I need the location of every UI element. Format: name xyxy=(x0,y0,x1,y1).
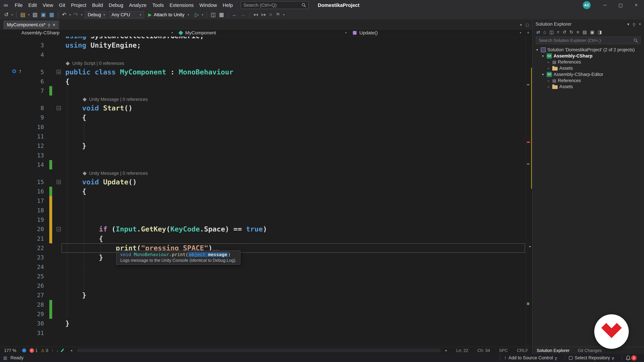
code-line-9[interactable]: 9 { xyxy=(0,113,526,122)
float-tab-icon[interactable]: ▢ xyxy=(526,23,529,27)
start-without-debugging-icon[interactable]: ▷ xyxy=(193,12,200,17)
solution-explorer-shortcut-icon[interactable]: ▦ xyxy=(217,12,226,17)
document-health-icon[interactable] xyxy=(22,349,26,353)
add-to-source-control-button[interactable]: ↑ Add to Source Control ▴ xyxy=(500,355,561,361)
code-line-14[interactable]: 14 xyxy=(0,160,526,169)
chevron-down-icon[interactable]: ▾ xyxy=(541,72,545,76)
menu-tools[interactable]: Tools xyxy=(150,1,167,9)
code-line-21[interactable]: 21 { xyxy=(0,234,526,243)
code-line-27[interactable]: 27 } xyxy=(0,291,526,300)
code-line-18[interactable]: 18 xyxy=(0,206,526,215)
member-dropdown[interactable]: Update() ▾ xyxy=(350,29,524,36)
code-line-30[interactable]: 30} xyxy=(0,319,526,328)
tree-item-assets[interactable]: ▹Assets xyxy=(533,65,644,71)
fold-marker[interactable] xyxy=(57,227,61,231)
zoom-control[interactable]: 177 % xyxy=(4,348,16,353)
solution-platforms-combo[interactable]: Any CPU▾ xyxy=(109,11,144,18)
previous-issue-icon[interactable]: ↑ xyxy=(52,348,53,353)
chevron-right-icon[interactable]: ▹ xyxy=(546,85,550,89)
char-position[interactable]: Ch: 34 xyxy=(477,348,490,353)
code-line-13[interactable]: 13 xyxy=(0,151,526,160)
warning-count-badge[interactable]: ⚠ 0 xyxy=(41,348,48,353)
code-line-25[interactable]: 25 xyxy=(0,272,526,281)
properties-icon[interactable]: ▣ xyxy=(590,30,594,34)
tab-mycomponent[interactable]: MyComponent.cs* × xyxy=(3,20,59,29)
pin-tab-icon[interactable] xyxy=(48,24,50,26)
code-line-12[interactable]: 12 } xyxy=(0,141,526,150)
close-panel-icon[interactable]: × xyxy=(639,22,641,26)
code-cleanup-icon[interactable] xyxy=(60,349,64,352)
tree-item-solution-domestikaproject-2-of-2-project[interactable]: ▾Solution 'DomestikaProject' (2 of 2 pro… xyxy=(533,47,644,53)
show-all-files-icon[interactable]: ▤ xyxy=(582,30,587,34)
preview-selected-icon[interactable]: ◨ xyxy=(598,30,602,34)
dropdown-caret-icon[interactable]: ▾ xyxy=(68,13,72,16)
menu-extensions[interactable]: Extensions xyxy=(167,1,196,9)
code-line-10[interactable]: 10 xyxy=(0,122,526,132)
code-line-16[interactable]: 16 { xyxy=(0,187,526,196)
window-menu-icon[interactable]: ▾ xyxy=(627,22,629,27)
code-line-24[interactable]: 24 xyxy=(0,262,526,272)
menu-build[interactable]: Build xyxy=(89,1,106,9)
collapse-all-icon[interactable]: ≡ xyxy=(576,30,579,34)
code-line-8[interactable]: 8 void Start() xyxy=(0,103,526,113)
code-line-26[interactable]: 26 xyxy=(0,281,526,291)
tree-item-assembly-csharp[interactable]: ▾C#Assembly-CSharp xyxy=(533,53,644,59)
select-repository-button[interactable]: Select Repository ▾ xyxy=(564,355,618,361)
bookmark-icon[interactable]: ⚑ xyxy=(274,12,282,17)
codelens-references[interactable]: Unity Message | 0 references xyxy=(89,169,148,177)
line-ending[interactable]: CRLF xyxy=(517,348,528,353)
account-avatar[interactable]: AC xyxy=(583,1,591,9)
chevron-down-icon[interactable]: ▾ xyxy=(535,48,539,52)
solution-explorer-search-input[interactable]: Search Solution Explorer (Ctrl+;) xyxy=(536,36,641,44)
increase-indent-icon[interactable]: ↦ xyxy=(260,12,268,17)
fold-marker[interactable] xyxy=(57,70,61,74)
pin-panel-icon[interactable] xyxy=(633,23,635,25)
code-line-22[interactable]: 22 print("pressing SPACE") xyxy=(0,243,526,253)
tab-solution-explorer[interactable]: Solution Explorer xyxy=(533,347,574,354)
menu-help[interactable]: Help xyxy=(220,1,236,9)
codelens-references[interactable]: Unity Script | 0 references xyxy=(72,59,124,67)
code-editor[interactable]: using System.Collections.Generic;3using … xyxy=(0,36,532,347)
chevron-right-icon[interactable]: ▹ xyxy=(546,60,550,64)
chevron-right-icon[interactable]: ▹ xyxy=(546,66,550,70)
comment-icon[interactable]: ≡ xyxy=(268,12,274,17)
code-line-clipped[interactable]: using System.Collections.Generic; xyxy=(0,36,526,40)
sync-environment-icon[interactable]: ↺ xyxy=(2,12,10,17)
code-line-7[interactable]: 7 xyxy=(0,86,526,95)
sync-with-active-document-icon[interactable]: ↺ xyxy=(562,30,566,34)
error-count-badge[interactable]: × 1 xyxy=(30,348,38,353)
back-forward-icon[interactable]: ⇄ xyxy=(536,30,540,34)
code-line-17[interactable]: 17 xyxy=(0,196,526,205)
space-mode[interactable]: SPC xyxy=(499,348,508,353)
tree-item-assembly-csharp-editor[interactable]: ▾C#Assembly-CSharp-Editor xyxy=(533,71,644,78)
fold-marker[interactable] xyxy=(57,180,61,184)
type-dropdown[interactable]: MyComponent ▾ xyxy=(176,29,350,36)
split-window-button[interactable]: + xyxy=(524,30,532,35)
navigate-backward-icon[interactable]: ← xyxy=(230,12,239,17)
open-file-icon[interactable]: ▧ xyxy=(31,12,39,17)
dropdown-caret-icon[interactable]: ▾ xyxy=(27,13,31,16)
save-all-icon[interactable]: ▦ xyxy=(48,12,56,17)
scroll-left-icon[interactable]: ◂ xyxy=(70,348,72,353)
solution-configurations-combo[interactable]: Debug▾ xyxy=(85,11,106,18)
code-line-19[interactable]: 19 xyxy=(0,215,526,224)
notifications-button[interactable]: 1 xyxy=(622,355,641,361)
fold-marker[interactable] xyxy=(57,106,61,110)
dropdown-caret-icon[interactable]: ▾ xyxy=(200,13,204,16)
menu-debug[interactable]: Debug xyxy=(106,1,126,9)
switch-views-icon[interactable]: ◫ xyxy=(550,30,554,34)
menu-project[interactable]: Project xyxy=(68,1,89,9)
menu-git[interactable]: Git xyxy=(56,1,68,9)
refresh-icon[interactable]: ↻ xyxy=(570,30,574,34)
project-dropdown[interactable]: Assembly-CSharp ▾ xyxy=(0,29,176,36)
maximize-button[interactable]: ▢ xyxy=(613,0,628,10)
undo-icon[interactable]: ↶ xyxy=(60,12,68,17)
scroll-right-icon[interactable]: ▸ xyxy=(446,348,447,353)
codelens-references[interactable]: Unity Message | 0 references xyxy=(89,95,148,103)
tree-item-references[interactable]: ▹▤References xyxy=(533,78,644,84)
redo-icon[interactable]: ↷ xyxy=(72,12,80,17)
chevron-right-icon[interactable]: ▹ xyxy=(546,79,550,83)
navigate-forward-icon[interactable]: → xyxy=(239,12,247,17)
next-issue-icon[interactable]: ↓ xyxy=(57,348,58,353)
close-tab-icon[interactable]: × xyxy=(52,22,55,27)
